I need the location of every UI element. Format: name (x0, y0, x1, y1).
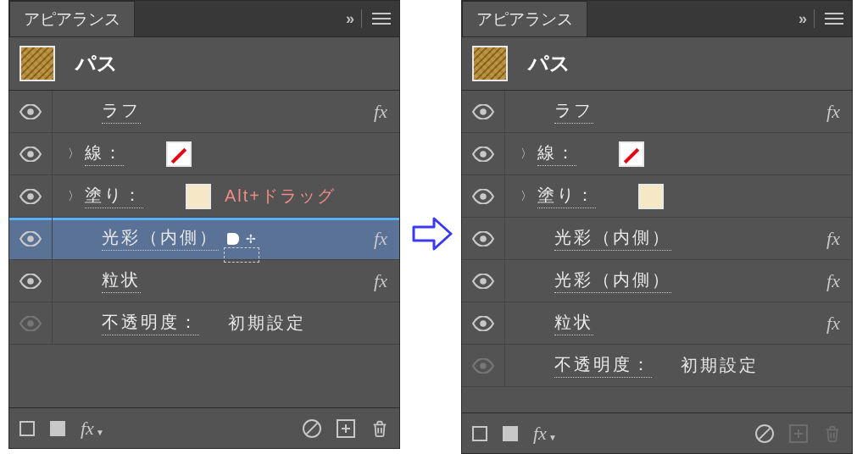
appearance-list: ラフfx 〉 線： 〉 塗り： Alt+ドラッグ 光彩（内側） (9, 91, 399, 345)
appearance-row[interactable]: 〉 線： (462, 133, 852, 175)
svg-point-7 (480, 151, 487, 158)
add-effect-icon[interactable]: fx▼ (533, 423, 555, 445)
attr-label[interactable]: 塗り： (537, 184, 596, 208)
visibility-eye-icon[interactable] (462, 231, 504, 246)
appearance-row[interactable]: 〉 線： (9, 133, 399, 175)
appearance-row[interactable]: 不透明度： 初期設定 (462, 345, 852, 387)
svg-point-9 (480, 235, 487, 242)
object-thumbnail (472, 46, 508, 81)
new-stroke-icon[interactable] (472, 426, 487, 441)
visibility-eye-icon[interactable] (462, 104, 504, 119)
svg-point-5 (27, 320, 34, 327)
visibility-eye-icon[interactable] (462, 358, 504, 374)
effect-label[interactable]: 粒状 (554, 311, 593, 335)
visibility-eye-icon[interactable] (462, 147, 504, 162)
expand-caret-icon[interactable]: 〉 (63, 189, 85, 204)
opacity-label[interactable]: 不透明度： (554, 353, 652, 378)
hint-text: Alt+ドラッグ (225, 185, 336, 208)
fx-indicator-icon[interactable]: fx (826, 270, 840, 292)
stroke-swatch[interactable] (619, 141, 644, 167)
effect-label[interactable]: 光彩（内側） (554, 226, 671, 251)
expand-caret-icon[interactable]: 〉 (63, 147, 85, 162)
svg-point-8 (480, 193, 487, 200)
appearance-panel-before: アピアランス » パス ラフfx 〉 線： (8, 0, 400, 449)
appearance-tab[interactable]: アピアランス (462, 1, 587, 36)
appearance-row[interactable]: 〉 塗り： Alt+ドラッグ (9, 175, 399, 218)
opacity-value[interactable]: 初期設定 (681, 354, 759, 377)
svg-point-11 (480, 320, 487, 327)
fx-indicator-icon[interactable]: fx (374, 270, 387, 292)
panel-footer: fx▼ (462, 412, 852, 453)
effect-label[interactable]: 粒状 (102, 269, 141, 293)
expand-caret-icon[interactable]: 〉 (515, 189, 537, 204)
svg-point-1 (27, 151, 34, 158)
fx-indicator-icon[interactable]: fx (826, 101, 840, 123)
appearance-row[interactable]: 光彩（内側）fx (462, 260, 852, 302)
panel-footer: fx▼ (9, 407, 399, 448)
svg-point-3 (27, 235, 34, 242)
visibility-eye-icon[interactable] (9, 147, 52, 162)
appearance-tab[interactable]: アピアランス (9, 1, 135, 36)
drag-cursor-icon: ✢ (227, 232, 256, 246)
svg-point-12 (480, 363, 487, 369)
effect-label[interactable]: 光彩（内側） (102, 226, 219, 251)
appearance-panel-after: アピアランス » パス ラフfx 〉 線： (461, 0, 853, 454)
delete-icon (823, 424, 842, 444)
opacity-value[interactable]: 初期設定 (228, 312, 306, 335)
appearance-row[interactable]: 〉 塗り： (462, 175, 852, 218)
expand-caret-icon[interactable]: 〉 (515, 147, 537, 162)
delete-icon[interactable] (370, 418, 389, 439)
fill-swatch[interactable] (638, 184, 664, 209)
effect-label[interactable]: 光彩（内側） (554, 269, 671, 293)
opacity-label[interactable]: 不透明度： (102, 311, 199, 335)
visibility-eye-icon[interactable] (462, 189, 504, 204)
panel-menu-icon[interactable] (372, 13, 391, 25)
object-type-label: パス (528, 50, 570, 77)
visibility-eye-icon[interactable] (462, 274, 504, 289)
effect-label[interactable]: ラフ (102, 99, 141, 124)
new-fill-icon[interactable] (50, 421, 65, 436)
visibility-eye-icon[interactable] (9, 189, 52, 204)
appearance-row[interactable]: ラフfx (9, 91, 399, 133)
fx-indicator-icon[interactable]: fx (826, 228, 840, 250)
object-type-label: パス (75, 50, 118, 77)
clear-icon[interactable] (303, 419, 321, 438)
new-fill-icon[interactable] (503, 426, 518, 441)
svg-point-2 (27, 193, 34, 200)
attr-label[interactable]: 塗り： (85, 184, 143, 208)
visibility-eye-icon[interactable] (9, 274, 52, 289)
appearance-row[interactable]: 光彩（内側） ✢ fx (9, 218, 399, 260)
appearance-row[interactable]: ラフfx (462, 91, 852, 133)
appearance-row[interactable]: 粒状fx (462, 302, 852, 345)
new-stroke-icon[interactable] (19, 421, 35, 436)
collapse-icon[interactable]: » (346, 10, 351, 28)
svg-point-0 (27, 108, 34, 115)
panel-menu-icon[interactable] (825, 13, 843, 25)
attr-label[interactable]: 線： (85, 141, 124, 166)
effect-label[interactable]: ラフ (554, 99, 593, 124)
item-title-row: パス (9, 36, 399, 91)
svg-point-10 (480, 278, 487, 285)
fx-indicator-icon[interactable]: fx (826, 313, 840, 335)
stroke-swatch[interactable] (166, 141, 192, 167)
attr-label[interactable]: 線： (537, 141, 576, 166)
fill-swatch[interactable] (186, 184, 211, 209)
visibility-eye-icon[interactable] (462, 316, 504, 331)
appearance-row[interactable]: 不透明度： 初期設定 (9, 302, 399, 345)
visibility-eye-icon[interactable] (9, 316, 52, 331)
visibility-eye-icon[interactable] (9, 231, 52, 246)
fx-indicator-icon[interactable]: fx (374, 101, 387, 123)
visibility-eye-icon[interactable] (9, 104, 52, 119)
svg-point-4 (27, 278, 34, 285)
clear-icon[interactable] (755, 424, 774, 443)
add-effect-icon[interactable]: fx▼ (81, 418, 103, 440)
collapse-icon[interactable]: » (798, 10, 804, 28)
duplicate-icon (789, 424, 808, 443)
appearance-list: ラフfx 〉 線： 〉 塗り： 光彩（内側）fx (462, 91, 852, 387)
svg-point-6 (480, 108, 487, 115)
panel-tabbar: アピアランス » (462, 1, 852, 36)
fx-indicator-icon[interactable]: fx (374, 228, 387, 250)
appearance-row[interactable]: 光彩（内側）fx (462, 218, 852, 260)
appearance-row[interactable]: 粒状fx (9, 260, 399, 302)
duplicate-icon[interactable] (337, 419, 355, 438)
